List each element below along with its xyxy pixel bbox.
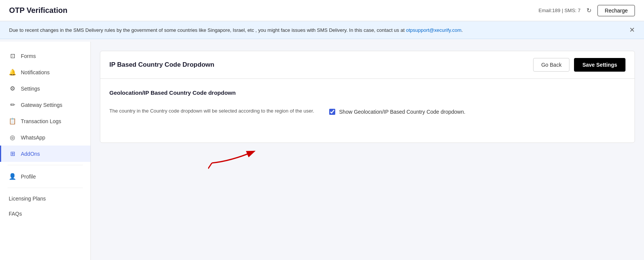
page-card-header: IP Based Country Code Dropdown Go Back S… xyxy=(100,51,635,79)
banner-text: Due to recent changes in the SMS Deliver… xyxy=(9,27,623,33)
annotation-area: The country in the Country code dropdown… xyxy=(109,100,625,123)
sidebar: ⊡ Forms 🔔 Notifications ⚙ Settings ✏ Gat… xyxy=(0,42,91,260)
sidebar-item-label: WhatsApp xyxy=(21,135,45,141)
info-banner: Due to recent changes in the SMS Deliver… xyxy=(0,21,644,39)
refresh-icon[interactable]: ↻ xyxy=(586,7,591,14)
sidebar-item-label: Gateway Settings xyxy=(21,102,62,108)
sidebar-item-notifications[interactable]: 🔔 Notifications xyxy=(0,64,90,80)
credits-display: Email:189 | SMS: 7 xyxy=(538,8,580,13)
sidebar-item-label: Profile xyxy=(21,174,36,180)
checkbox-label: Show Geolocation/IP Based Country Code d… xyxy=(339,109,465,115)
geolocation-checkbox[interactable] xyxy=(329,109,335,115)
banner-close-icon[interactable]: ✕ xyxy=(629,26,635,34)
forms-icon: ⊡ xyxy=(9,52,16,60)
transaction-logs-icon: 📋 xyxy=(9,117,16,125)
profile-icon: 👤 xyxy=(9,173,16,180)
sidebar-item-profile[interactable]: 👤 Profile xyxy=(0,168,90,185)
header-right: Email:189 | SMS: 7 ↻ Recharge xyxy=(538,5,635,16)
sidebar-item-whatsapp[interactable]: ◎ WhatsApp xyxy=(0,129,90,146)
svg-line-1 xyxy=(208,163,212,169)
annotation-arrow xyxy=(208,140,269,171)
sidebar-item-label: Forms xyxy=(21,53,36,59)
section-description: The country in the Country code dropdown… xyxy=(109,107,314,115)
sidebar-item-licensing[interactable]: Licensing Plans xyxy=(0,191,90,206)
whatsapp-icon: ◎ xyxy=(9,134,16,141)
sidebar-item-label: AddOns xyxy=(21,151,40,157)
sidebar-item-gateway-settings[interactable]: ✏ Gateway Settings xyxy=(0,97,90,113)
notifications-icon: 🔔 xyxy=(9,69,16,76)
app-title: OTP Verification xyxy=(9,6,67,15)
page-title: IP Based Country Code Dropdown xyxy=(109,61,214,69)
go-back-button[interactable]: Go Back xyxy=(533,58,569,72)
sidebar-item-label: Transaction Logs xyxy=(21,118,61,124)
main-layout: ⊡ Forms 🔔 Notifications ⚙ Settings ✏ Gat… xyxy=(0,42,644,260)
gateway-settings-icon: ✏ xyxy=(9,101,16,108)
sidebar-divider-2 xyxy=(8,188,83,188)
section-title: Geolocation/IP Based Country Code dropdo… xyxy=(109,89,625,96)
settings-icon: ⚙ xyxy=(9,85,16,92)
sidebar-item-forms[interactable]: ⊡ Forms xyxy=(0,48,90,64)
sidebar-divider xyxy=(8,165,83,165)
sidebar-item-label: FAQs xyxy=(9,211,22,217)
header-actions: Go Back Save Settings xyxy=(533,58,625,72)
page-card: IP Based Country Code Dropdown Go Back S… xyxy=(100,51,635,143)
page-card-body: Geolocation/IP Based Country Code dropdo… xyxy=(100,79,635,143)
sidebar-item-addons[interactable]: ⊞ AddOns xyxy=(0,146,90,162)
addons-icon: ⊞ xyxy=(9,150,16,157)
sidebar-item-label: Settings xyxy=(21,86,40,92)
sidebar-item-transaction-logs[interactable]: 📋 Transaction Logs xyxy=(0,113,90,129)
recharge-button[interactable]: Recharge xyxy=(597,5,635,16)
main-content: IP Based Country Code Dropdown Go Back S… xyxy=(91,42,644,260)
checkbox-column: Show Geolocation/IP Based Country Code d… xyxy=(329,107,465,115)
save-settings-button[interactable]: Save Settings xyxy=(574,58,625,72)
sidebar-item-faqs[interactable]: FAQs xyxy=(0,206,90,221)
sidebar-item-settings[interactable]: ⚙ Settings xyxy=(0,80,90,97)
geolocation-section: Geolocation/IP Based Country Code dropdo… xyxy=(109,89,625,123)
sidebar-item-label: Notifications xyxy=(21,69,50,75)
support-email-link[interactable]: otpsupport@xecurify.com xyxy=(406,27,462,33)
sidebar-item-label: Licensing Plans xyxy=(9,196,46,202)
app-header: OTP Verification Email:189 | SMS: 7 ↻ Re… xyxy=(0,0,644,21)
description-column: The country in the Country code dropdown… xyxy=(109,107,314,115)
